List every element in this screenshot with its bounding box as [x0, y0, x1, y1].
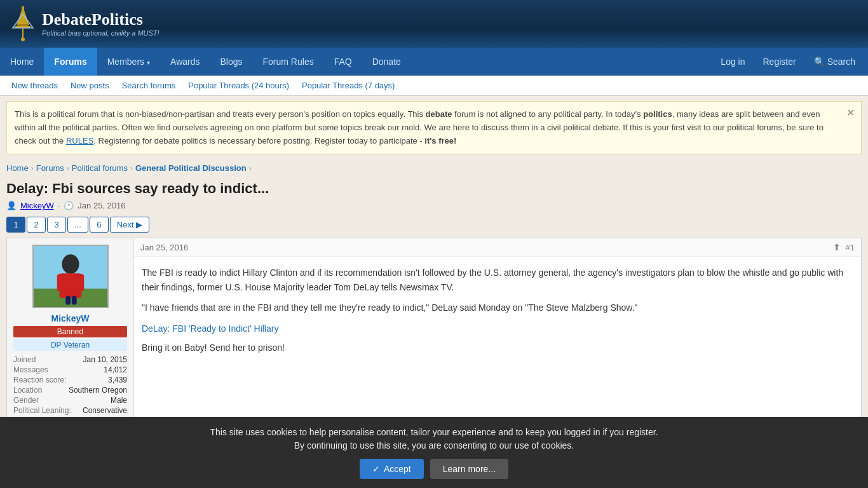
page-1-button[interactable]: 1 — [6, 217, 25, 233]
avatar-image — [34, 246, 107, 307]
svg-marker-1 — [17, 6, 29, 25]
post-1-number: #1 — [846, 243, 855, 252]
next-arrow-icon: ▶ — [136, 220, 142, 229]
site-header: DebatePolitics Political bias optional, … — [0, 0, 868, 48]
svg-point-6 — [21, 37, 25, 41]
post-1-paragraph-2: "I have friends that are in the FBI and … — [142, 301, 853, 315]
login-button[interactable]: Log in — [713, 53, 752, 71]
post-1-link[interactable]: DeLay: FBI 'Ready to Indict' Hillary — [142, 322, 853, 336]
breadcrumb-sep-1: › — [31, 164, 34, 173]
svg-rect-13 — [65, 296, 71, 305]
subnav-new-posts[interactable]: New posts — [64, 76, 116, 95]
subnav-popular-24h[interactable]: Popular Threads (24 hours) — [182, 76, 295, 95]
author-icon: 👤 — [6, 201, 17, 210]
cookie-line-1: This site uses cookies to help personali… — [10, 426, 858, 439]
share-icon-1[interactable]: ⬆ — [833, 242, 841, 252]
svg-rect-11 — [57, 274, 63, 292]
svg-rect-2 — [18, 24, 28, 26]
pagination: 1 2 3 ... 6 Next ▶ — [0, 214, 868, 238]
breadcrumb-forums[interactable]: Forums — [36, 163, 64, 173]
cookie-buttons: ✓ Accept Learn more... — [10, 459, 858, 459]
info-banner: This is a political forum that is non-bi… — [6, 101, 862, 154]
user-stats-1: Joined Jan 10, 2015 Messages 14,012 Reac… — [13, 355, 127, 416]
accept-cookies-button[interactable]: ✓ Accept — [360, 459, 424, 459]
post-1-actions: ⬆ #1 — [833, 242, 855, 252]
next-page-button[interactable]: Next ▶ — [110, 217, 149, 233]
clock-icon: 🕐 — [64, 201, 74, 210]
stat-messages: Messages 14,012 — [13, 365, 127, 375]
post-1-content: Jan 25, 2016 ⬆ #1 The FBI is ready to in… — [134, 238, 861, 422]
thread-title: Delay: Fbi sources say ready to indict..… — [0, 177, 868, 200]
nav-faq[interactable]: FAQ — [324, 48, 362, 76]
svg-rect-12 — [78, 274, 84, 292]
logo-text: DebatePolitics Political bias optional, … — [42, 11, 159, 37]
nav-home[interactable]: Home — [0, 48, 44, 76]
site-subtitle: Political bias optional, civility a MUST… — [42, 29, 159, 37]
stat-political-leaning: Political Leaning: Conservative — [13, 405, 127, 416]
svg-point-9 — [62, 255, 79, 274]
thread-date: Jan 25, 2016 — [78, 201, 125, 210]
search-button[interactable]: 🔍 Search — [806, 53, 863, 71]
post-1-header: Jan 25, 2016 ⬆ #1 — [134, 238, 861, 257]
cookie-banner: This site uses cookies to help personali… — [0, 417, 868, 459]
dp-veteran-badge: DP Veteran — [13, 339, 127, 351]
page-2-button[interactable]: 2 — [27, 217, 46, 233]
breadcrumb-sep-4: › — [249, 164, 252, 173]
breadcrumb-sep-2: › — [67, 164, 69, 173]
cookie-text: This site uses cookies to help personali… — [10, 426, 858, 452]
breadcrumb-current: General Political Discussion — [135, 163, 247, 173]
breadcrumb-political-forums[interactable]: Political forums — [72, 163, 128, 173]
members-dropdown-icon — [147, 57, 150, 67]
site-logo: DebatePolitics Political bias optional, … — [10, 6, 159, 41]
page-ellipsis: ... — [67, 217, 88, 233]
banner-close-button[interactable]: ✕ — [846, 107, 855, 119]
thread-author[interactable]: MickeyW — [20, 201, 54, 210]
nav-right: Log in Register 🔍 Search — [708, 48, 868, 76]
sub-nav: New threads New posts Search forums Popu… — [0, 76, 868, 96]
thread-meta: 👤 MickeyW · 🕐 Jan 25, 2016 — [0, 200, 868, 214]
nav-blogs[interactable]: Blogs — [210, 48, 253, 76]
learn-more-button[interactable]: Learn more... — [430, 459, 508, 459]
breadcrumb: Home › Forums › Political forums › Gener… — [0, 159, 868, 177]
post-1-paragraph-1: The FBI is ready to indict Hillary Clint… — [142, 266, 853, 294]
banned-badge: Banned — [13, 326, 127, 337]
page-6-button[interactable]: 6 — [90, 217, 109, 233]
user-avatar-1 — [32, 245, 109, 308]
subnav-search-forums[interactable]: Search forums — [116, 76, 182, 95]
nav-forum-rules[interactable]: Forum Rules — [253, 48, 324, 76]
subnav-popular-7d[interactable]: Popular Threads (7 days) — [295, 76, 401, 95]
info-text: This is a political forum that is non-bi… — [15, 109, 824, 146]
subnav-new-threads[interactable]: New threads — [5, 76, 64, 95]
breadcrumb-sep-3: › — [130, 164, 133, 173]
post-1-body: The FBI is ready to indict Hillary Clint… — [134, 257, 861, 370]
stat-reaction: Reaction score: 3,439 — [13, 375, 127, 385]
stat-joined: Joined Jan 10, 2015 — [13, 355, 127, 365]
nav-awards[interactable]: Awards — [160, 48, 210, 76]
logo-icon — [10, 6, 36, 41]
page-3-button[interactable]: 3 — [47, 217, 66, 233]
cookie-line-2: By continuing to use this site, you are … — [10, 439, 858, 452]
username-1[interactable]: MickeyW — [51, 313, 90, 323]
stat-gender: Gender Male — [13, 395, 127, 405]
nav-members[interactable]: Members — [97, 48, 160, 76]
nav-forums[interactable]: Forums — [44, 48, 97, 76]
stat-location: Location Southern Oregon — [13, 385, 127, 395]
svg-rect-14 — [71, 296, 76, 305]
post-1-date: Jan 25, 2016 — [140, 243, 188, 252]
site-title: DebatePolitics — [42, 11, 159, 29]
search-icon: 🔍 — [814, 57, 825, 67]
nav-items: Home Forums Members Awards Blogs Forum R… — [0, 48, 708, 76]
main-nav: Home Forums Members Awards Blogs Forum R… — [0, 48, 868, 76]
nav-donate[interactable]: Donate — [362, 48, 411, 76]
breadcrumb-home[interactable]: Home — [6, 163, 29, 173]
post-1-sidebar: MickeyW Banned DP Veteran Joined Jan 10,… — [7, 238, 134, 422]
post-1-paragraph-3: Bring it on Baby! Send her to prison! — [142, 341, 853, 355]
rules-link[interactable]: RULES — [66, 136, 93, 146]
post-1: MickeyW Banned DP Veteran Joined Jan 10,… — [6, 238, 862, 423]
register-button[interactable]: Register — [756, 53, 804, 71]
